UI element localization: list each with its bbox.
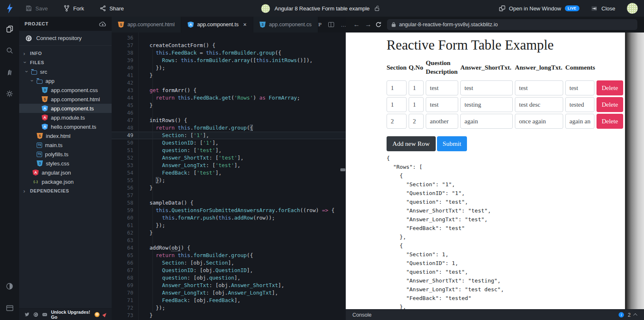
cell-input[interactable] [515, 80, 563, 95]
files-icon[interactable] [0, 19, 19, 38]
stackblitz-logo-icon[interactable] [6, 3, 13, 13]
cell-input[interactable] [387, 97, 407, 112]
cell-input[interactable] [460, 97, 513, 112]
close-tab-icon[interactable]: × [243, 21, 247, 28]
fork-button[interactable]: Fork [64, 5, 84, 12]
file-app.component.css[interactable]: app.component.css [19, 85, 112, 95]
console-bar[interactable]: Console i 2 [346, 309, 644, 320]
file-index.html[interactable]: index.html [19, 131, 112, 140]
cell-input[interactable] [409, 97, 424, 112]
code-line-36[interactable]: 36 [112, 34, 346, 42]
url-bar[interactable]: angular-8-reactive-form-ysv8vj.stackblit… [387, 19, 637, 30]
cell-input[interactable] [426, 97, 458, 112]
code-editor[interactable]: 3637createContactForm() {38 this.FeedBac… [112, 32, 346, 320]
code-line-58[interactable]: 58sampleData() { [112, 199, 346, 207]
code-line-37[interactable]: 37createContactForm() { [112, 42, 346, 49]
code-line-66[interactable]: 66 Section: [obj.Section], [112, 259, 346, 267]
code-line-42[interactable]: 42 [112, 79, 346, 87]
unlock-icon[interactable] [374, 5, 380, 11]
cell-input[interactable] [460, 80, 513, 95]
save-button[interactable]: Save [26, 5, 48, 12]
download-cloud-icon[interactable] [99, 21, 106, 27]
code-line-51[interactable]: 51 question: ['test'], [112, 147, 346, 154]
code-line-53[interactable]: 53 Answer_LongTxt: ['test'], [112, 162, 346, 169]
cell-input[interactable] [426, 114, 458, 129]
code-line-45[interactable]: 45} [112, 102, 346, 109]
section-dependencies[interactable]: › DEPENDENCIES [19, 186, 112, 195]
code-line-43[interactable]: 43get formArr() { [112, 87, 346, 94]
section-files[interactable]: › FILES [19, 58, 112, 67]
file-main.ts[interactable]: main.ts [19, 140, 112, 150]
code-line-69[interactable]: 69 Answer_ShortTxt: [obj.Answer_ShortTxt… [112, 282, 346, 289]
code-line-49[interactable]: 49 Section: ['1'], [112, 132, 346, 139]
cell-input[interactable] [565, 80, 594, 95]
code-line-64[interactable]: 64addRow(obj) { [112, 244, 346, 252]
cell-input[interactable] [426, 80, 458, 95]
cell-input[interactable] [515, 114, 563, 129]
delete-row-button[interactable]: Delete [597, 114, 623, 129]
file-styles.css[interactable]: styles.css [19, 159, 112, 168]
section-info[interactable]: › INFO [19, 49, 112, 58]
file-angular.json[interactable]: angular.json [19, 168, 112, 177]
code-line-57[interactable]: 57 [112, 192, 346, 199]
editor-scrollbar-thumb[interactable] [340, 168, 345, 171]
preview-scrollbar[interactable] [624, 32, 644, 309]
file-app.component.html[interactable]: app.component.html [19, 95, 112, 104]
refresh-icon[interactable] [375, 21, 382, 28]
file-app.component.ts[interactable]: app.component.ts [19, 104, 112, 113]
file-polyfills.ts[interactable]: polyfills.ts [19, 150, 112, 159]
cell-input[interactable] [565, 97, 594, 112]
code-line-61[interactable]: 61 }); [112, 222, 346, 229]
user-avatar[interactable] [627, 3, 638, 14]
code-line-38[interactable]: 38 this.FeedBack = this.formBuilder.grou… [112, 49, 346, 57]
cell-input[interactable] [565, 114, 594, 129]
folder-src[interactable]: ›src [19, 67, 112, 76]
bottom-panel-icon[interactable] [0, 298, 19, 318]
code-line-65[interactable]: 65 return this.formBuilder.group({ [112, 252, 346, 259]
code-line-50[interactable]: 50 QuestionID: ['1'], [112, 139, 346, 147]
settings-gear-icon[interactable] [0, 84, 19, 103]
code-line-48[interactable]: 48 return this.formBuilder.group({ [112, 124, 346, 132]
cell-input[interactable] [515, 97, 563, 112]
twitter-icon[interactable] [24, 312, 30, 317]
tab-app.component.ts[interactable]: app.component.ts× [181, 17, 253, 32]
contrast-icon[interactable] [0, 277, 19, 296]
code-line-55[interactable]: 55 }); [112, 177, 346, 184]
tab-app.component.cs[interactable]: app.component.cs [253, 17, 318, 32]
split-editor-icon[interactable] [328, 22, 334, 27]
back-arrow-icon[interactable]: ← [352, 21, 362, 28]
file-app.module.ts[interactable]: app.module.ts [19, 113, 112, 122]
code-line-73[interactable]: 73} [112, 312, 346, 319]
code-line-47[interactable]: 47initRows() { [112, 117, 346, 124]
submit-button[interactable]: Submit [437, 136, 467, 151]
code-line-52[interactable]: 52 Answer_ShortTxt: ['test'], [112, 154, 346, 162]
code-line-56[interactable]: 56} [112, 184, 346, 192]
open-in-new-window-button[interactable]: Open in New Window LIVE [499, 5, 579, 12]
code-line-60[interactable]: 60 this.formArr.push(this.addRow(row)); [112, 214, 346, 222]
chevron-up-icon[interactable] [633, 313, 637, 318]
discord-icon[interactable] [42, 312, 47, 317]
code-line-70[interactable]: 70 Answer_LongTxt: [obj.Answer_LongTxt], [112, 289, 346, 297]
code-line-39[interactable]: 39 Rows: this.formBuilder.array([this.in… [112, 57, 346, 64]
share-button[interactable]: Share [100, 5, 124, 12]
cell-input[interactable] [460, 114, 513, 129]
connect-repository-button[interactable]: Connect repository [19, 31, 112, 46]
file-hello.component.ts[interactable]: hello.component.ts [19, 122, 112, 131]
cell-input[interactable] [387, 114, 407, 129]
code-line-67[interactable]: 67 QuestionID: [obj.QuestionID], [112, 267, 346, 274]
cell-input[interactable] [409, 80, 424, 95]
tab-app.component.html[interactable]: app.component.html [112, 17, 181, 32]
close-button[interactable]: Close [591, 5, 615, 12]
code-line-71[interactable]: 71 FeedBack: [obj.FeedBack], [112, 297, 346, 304]
cell-input[interactable] [387, 80, 407, 95]
folder-app[interactable]: ›app [19, 76, 112, 85]
unlock-upgrades-link[interactable]: Unlock Upgrades! Go [51, 310, 91, 320]
github-icon[interactable] [33, 312, 38, 318]
code-line-72[interactable]: 72 }); [112, 304, 346, 312]
code-line-59[interactable]: 59 this.QuestionsForSubmittedAnswersArra… [112, 207, 346, 214]
code-line-46[interactable]: 46 [112, 109, 346, 117]
code-line-68[interactable]: 68 question: [obj.question], [112, 274, 346, 282]
cell-input[interactable] [409, 114, 424, 129]
delete-row-button[interactable]: Delete [597, 80, 623, 95]
code-line-54[interactable]: 54 FeedBack: ['test'], [112, 169, 346, 177]
